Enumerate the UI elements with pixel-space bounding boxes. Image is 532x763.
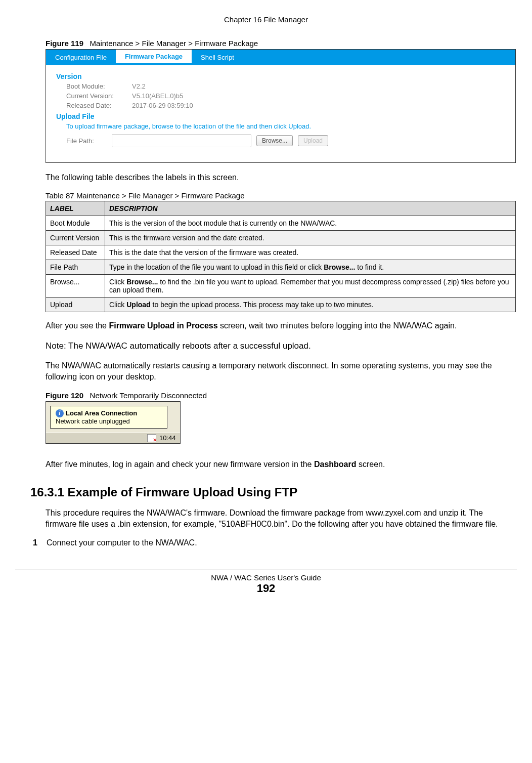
table-row-desc: Click Browse... to find the .bin file yo… — [105, 275, 516, 298]
table-row-label: Browse... — [46, 275, 105, 298]
table-row-desc: This is the date that the version of the… — [105, 245, 516, 260]
table-87: LABEL DESCRIPTION Boot Module This is th… — [46, 201, 516, 312]
taskbar-clock: 10:44 — [159, 434, 176, 442]
file-path-input[interactable] — [112, 134, 251, 147]
table-row-desc: This is the firmware version and the dat… — [105, 231, 516, 245]
table-row-label: Released Date — [46, 245, 105, 260]
dashboard-check-paragraph: After five minutes, log in again and che… — [46, 459, 516, 470]
chapter-header: Chapter 16 File Manager — [15, 15, 517, 24]
network-icon — [147, 434, 156, 442]
table-row-desc: This is the version of the boot module t… — [105, 216, 516, 231]
boot-module-label: Boot Module: — [66, 82, 132, 90]
restart-paragraph: The NWA/WAC automatically restarts causi… — [46, 360, 516, 383]
file-path-label: File Path: — [66, 137, 107, 145]
reboot-note: Note: The NWA/WAC automatically reboots … — [46, 341, 516, 351]
table-header-description: DESCRIPTION — [105, 201, 516, 216]
figure-120-caption: Figure 120 Network Temporarily Disconnec… — [46, 391, 516, 400]
current-version-label: Current Version: — [66, 92, 132, 100]
table-row-label: File Path — [46, 260, 105, 275]
figure-119-caption: Figure 119 Maintenance > File Manager > … — [46, 39, 516, 48]
firmware-package-screenshot: Configuration File Firmware Package Shel… — [46, 49, 516, 163]
step-number: 1 — [30, 538, 37, 547]
tab-configuration-file[interactable]: Configuration File — [46, 50, 116, 65]
table-87-caption: Table 87 Maintenance > File Manager > Fi… — [46, 191, 516, 200]
figure-119-number: Figure 119 — [46, 39, 83, 48]
upload-button[interactable]: Upload — [298, 135, 328, 146]
footer-page-number: 192 — [0, 582, 532, 595]
released-date-value: 2017-06-29 03:59:10 — [132, 102, 193, 109]
figure-120-title: Network Temporarily Disconnected — [90, 391, 207, 400]
figure-120-number: Figure 120 — [46, 391, 83, 400]
upload-file-section-title: Upload File — [56, 112, 505, 120]
step-text: Connect your computer to the NWA/WAC. — [47, 538, 197, 547]
table-row-label: Boot Module — [46, 216, 105, 231]
intro-paragraph: The following table describes the labels… — [46, 172, 516, 183]
taskbar: 10:44 — [46, 433, 180, 443]
released-date-label: Released Date: — [66, 102, 132, 109]
network-disconnected-screenshot: i Local Area Connection Network cable un… — [46, 401, 181, 444]
footer-divider — [15, 570, 517, 570]
section-heading-ftp: 16.3.1 Example of Firmware Upload Using … — [30, 485, 516, 499]
info-icon: i — [56, 409, 64, 417]
step-1: 1 Connect your computer to the NWA/WAC. — [30, 538, 516, 547]
footer-guide-title: NWA / WAC Series User's Guide — [0, 573, 532, 582]
browse-button[interactable]: Browse... — [256, 135, 293, 146]
table-row-desc: Type in the location of the file you wan… — [105, 260, 516, 275]
tab-shell-script[interactable]: Shell Script — [192, 50, 243, 65]
boot-module-value: V2.2 — [132, 82, 146, 90]
balloon-tooltip: i Local Area Connection Network cable un… — [50, 406, 167, 429]
upload-help-text: To upload firmware package, browse to th… — [66, 122, 505, 130]
balloon-title-text: Local Area Connection — [66, 409, 137, 417]
after-upload-paragraph: After you see the Firmware Upload in Pro… — [46, 320, 516, 331]
current-version-value: V5.10(ABEL.0)b5 — [132, 92, 183, 100]
table-row-label: Current Version — [46, 231, 105, 245]
table-row-desc: Click Upload to begin the upload process… — [105, 298, 516, 312]
table-header-label: LABEL — [46, 201, 105, 216]
tab-firmware-package[interactable]: Firmware Package — [116, 50, 192, 65]
balloon-message: Network cable unplugged — [56, 417, 162, 425]
tab-bar: Configuration File Firmware Package Shel… — [46, 50, 515, 65]
table-row-label: Upload — [46, 298, 105, 312]
version-section-title: Version — [56, 72, 505, 80]
figure-119-title: Maintenance > File Manager > Firmware Pa… — [90, 39, 258, 48]
ftp-intro-paragraph: This procedure requires the NWA/WAC's fi… — [46, 507, 516, 530]
